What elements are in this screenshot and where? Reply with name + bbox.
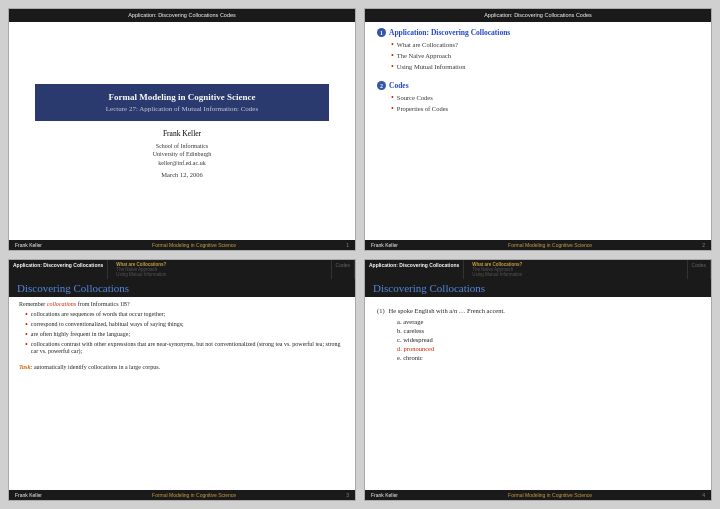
slide-3-bullet-4: collocations contrast with other express…: [25, 341, 345, 357]
toc-section-1: 1 Application: Discovering Collocations …: [377, 28, 699, 73]
slide-3-task: Task: automatically identify collocation…: [19, 364, 160, 370]
slide-4-answer-b: b. careless: [397, 327, 699, 334]
slide-4-nav-subs: What are Collocations? The Naïve Approac…: [468, 261, 526, 278]
slide-2-footer: Frank Keller Formal Modeling in Cognitiv…: [365, 240, 711, 250]
slide-2: Application: Discovering Collocations Co…: [364, 8, 712, 251]
slide-2-header: Application: Discovering Collocations Co…: [365, 9, 711, 22]
slide-3-bullet-3: are often highly frequent in the languag…: [25, 331, 345, 339]
slide-3-discovering-title: Discovering Collocations: [17, 282, 347, 294]
toc-item-1-2: The Naïve Approach: [391, 51, 699, 60]
slide-4-example-line: (1)He spoke English with a/n … French ac…: [377, 307, 699, 314]
slide-4-body: (1)He spoke English with a/n … French ac…: [365, 297, 711, 491]
slide-3-bullets: collocations are sequences of words that…: [25, 311, 345, 359]
slide-4-answers: a. average b. careless c. widespread d. …: [397, 318, 699, 361]
slide-3-nav-section2: Codes: [332, 260, 355, 279]
slide-3-bullet-1: collocations are sequences of words that…: [25, 311, 345, 319]
slide-3-body: Remember collocations from Informatics 1…: [9, 297, 355, 491]
toc-num-2: 2: [377, 81, 386, 90]
slide-4-nav: Application: Discovering Collocations Wh…: [365, 260, 711, 279]
slide-1: Application: Discovering Collocations Co…: [8, 8, 356, 251]
slide-4-answer-c: c. widespread: [397, 336, 699, 343]
toc-item-2-1: Source Codes: [391, 93, 699, 102]
toc-item-1-3: Using Mutual Information: [391, 62, 699, 71]
slide-1-footer: Frank Keller Formal Modeling in Cognitiv…: [9, 240, 355, 250]
slide-4-answer-e: e. chronic: [397, 354, 699, 361]
slide-4-answer-d: d. pronounced: [397, 345, 699, 352]
slide-3: Application: Discovering Collocations Wh…: [8, 259, 356, 502]
toc-item-1-1: What are Collocations?: [391, 40, 699, 49]
slide-4-example: (1)He spoke English with a/n … French ac…: [377, 307, 699, 363]
toc-title-2: 2 Codes: [377, 81, 699, 90]
slide-1-author: Frank Keller: [163, 129, 201, 138]
slide-3-footer: Frank Keller Formal Modeling in Cognitiv…: [9, 490, 355, 500]
slide-1-date: March 12, 2006: [161, 171, 202, 178]
slide-3-nav: Application: Discovering Collocations Wh…: [9, 260, 355, 279]
slide-4: Application: Discovering Collocations Wh…: [364, 259, 712, 502]
slide-4-footer: Frank Keller Formal Modeling in Cognitiv…: [365, 490, 711, 500]
slide-3-remember: Remember collocations from Informatics 1…: [19, 301, 130, 307]
slide-3-bullet-2: correspond to conventionalized, habitual…: [25, 321, 345, 329]
slide-4-discovering-title: Discovering Collocations: [373, 282, 703, 294]
slide-1-institution: School of Informatics University of Edin…: [153, 142, 212, 167]
slide-2-body: 1 Application: Discovering Collocations …: [365, 22, 711, 239]
slide-1-subtitle: Lecture 27: Application of Mutual Inform…: [47, 105, 316, 113]
toc-num-1: 1: [377, 28, 386, 37]
toc-section-2: 2 Codes Source Codes Properties of Codes: [377, 81, 699, 115]
slide-3-nav-section1: Application: Discovering Collocations: [9, 260, 108, 279]
slide-1-header: Application: Discovering Collocations Co…: [9, 9, 355, 22]
slide-1-main-title: Formal Modeling in Cognitive Science: [47, 92, 316, 102]
toc-title-1: 1 Application: Discovering Collocations: [377, 28, 699, 37]
slide-4-nav-section2: Codes: [688, 260, 711, 279]
slide-4-answer-a: a. average: [397, 318, 699, 325]
toc-item-2-2: Properties of Codes: [391, 104, 699, 113]
slide-1-body: Formal Modeling in Cognitive Science Lec…: [9, 22, 355, 239]
slide-4-nav-section1: Application: Discovering Collocations: [365, 260, 464, 279]
slide-1-title-box: Formal Modeling in Cognitive Science Lec…: [35, 84, 328, 121]
slide-3-nav-subs: What are Collocations? The Naïve Approac…: [112, 261, 170, 278]
